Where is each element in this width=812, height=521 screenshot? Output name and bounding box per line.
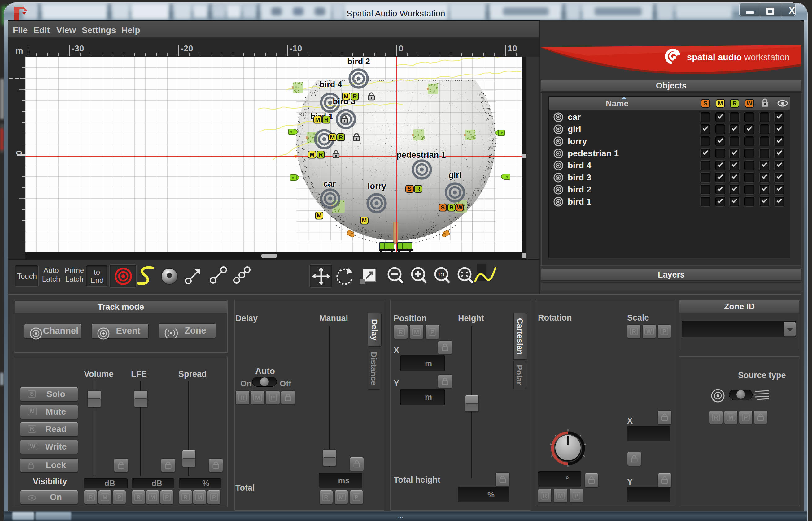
svg-text:1:1: 1:1 <box>437 272 445 277</box>
